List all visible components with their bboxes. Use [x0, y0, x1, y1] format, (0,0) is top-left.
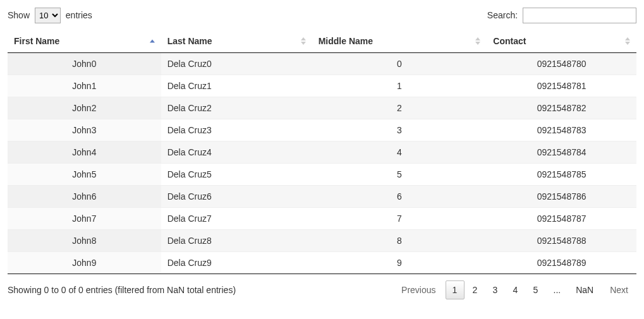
- pagination: Previous12345...NaNNext: [393, 280, 636, 299]
- cell-last: Dela Cruz1: [161, 75, 312, 97]
- sort-both-icon: [475, 37, 480, 45]
- entries-select[interactable]: 10: [35, 8, 61, 23]
- cell-middle: 7: [312, 208, 487, 230]
- table-header-row: First Name Last Name Middle Name Contact: [8, 30, 636, 53]
- sort-both-icon: [301, 37, 306, 45]
- table-row: John0Dela Cruz000921548780: [8, 53, 636, 75]
- table-row: John8Dela Cruz880921548788: [8, 230, 636, 252]
- pagination-page[interactable]: 4: [506, 280, 525, 299]
- cell-last: Dela Cruz7: [161, 208, 312, 230]
- pagination-page[interactable]: 1: [446, 280, 465, 299]
- entries-length-control: Show 10 entries: [8, 8, 92, 23]
- table-info: Showing 0 to 0 of 0 entries (filtered fr…: [8, 285, 236, 295]
- cell-contact: 0921548788: [487, 230, 636, 252]
- cell-middle: 9: [312, 252, 487, 274]
- cell-contact: 0921548787: [487, 208, 636, 230]
- table-row: John9Dela Cruz990921548789: [8, 252, 636, 274]
- search-label: Search:: [487, 10, 518, 20]
- table-body: John0Dela Cruz000921548780John1Dela Cruz…: [8, 53, 636, 274]
- column-header-contact[interactable]: Contact: [487, 30, 636, 53]
- cell-last: Dela Cruz6: [161, 186, 312, 208]
- column-label: Contact: [493, 36, 526, 46]
- cell-last: Dela Cruz5: [161, 164, 312, 186]
- cell-contact: 0921548781: [487, 75, 636, 97]
- entries-prefix: Show: [8, 10, 30, 20]
- cell-first: John1: [8, 75, 161, 97]
- cell-contact: 0921548785: [487, 164, 636, 186]
- cell-first: John5: [8, 164, 161, 186]
- pagination-page[interactable]: 5: [526, 280, 545, 299]
- cell-last: Dela Cruz9: [161, 252, 312, 274]
- search-control: Search:: [487, 8, 636, 23]
- data-table: First Name Last Name Middle Name Contact…: [8, 30, 636, 274]
- table-row: John3Dela Cruz330921548783: [8, 119, 636, 141]
- cell-contact: 0921548786: [487, 186, 636, 208]
- column-header-middle-name[interactable]: Middle Name: [312, 30, 487, 53]
- cell-last: Dela Cruz4: [161, 141, 312, 164]
- cell-first: John4: [8, 141, 161, 164]
- cell-last: Dela Cruz3: [161, 119, 312, 141]
- cell-first: John9: [8, 252, 161, 274]
- table-controls-bottom: Showing 0 to 0 of 0 entries (filtered fr…: [8, 280, 636, 299]
- table-row: John7Dela Cruz770921548787: [8, 208, 636, 230]
- column-header-last-name[interactable]: Last Name: [161, 30, 312, 53]
- column-label: First Name: [14, 36, 59, 46]
- pagination-page[interactable]: 2: [466, 280, 485, 299]
- sort-both-icon: [625, 37, 630, 45]
- table-row: John5Dela Cruz550921548785: [8, 164, 636, 186]
- cell-last: Dela Cruz8: [161, 230, 312, 252]
- pagination-ellipsis: ...: [547, 280, 568, 299]
- cell-first: John6: [8, 186, 161, 208]
- pagination-page[interactable]: 3: [486, 280, 505, 299]
- cell-first: John8: [8, 230, 161, 252]
- table-controls-top: Show 10 entries Search:: [8, 8, 636, 23]
- cell-first: John3: [8, 119, 161, 141]
- cell-middle: 2: [312, 97, 487, 119]
- cell-contact: 0921548789: [487, 252, 636, 274]
- pagination-next[interactable]: Next: [602, 280, 636, 299]
- cell-first: John0: [8, 53, 161, 75]
- table-row: John1Dela Cruz110921548781: [8, 75, 636, 97]
- search-input[interactable]: [523, 8, 636, 23]
- pagination-previous[interactable]: Previous: [393, 280, 444, 299]
- column-header-first-name[interactable]: First Name: [8, 30, 161, 53]
- table-row: John2Dela Cruz220921548782: [8, 97, 636, 119]
- sort-asc-icon: [150, 39, 155, 44]
- cell-middle: 6: [312, 186, 487, 208]
- column-label: Middle Name: [319, 36, 373, 46]
- column-label: Last Name: [167, 36, 212, 46]
- entries-suffix: entries: [66, 10, 92, 20]
- cell-middle: 8: [312, 230, 487, 252]
- table-row: John6Dela Cruz660921548786: [8, 186, 636, 208]
- pagination-page[interactable]: NaN: [569, 280, 600, 299]
- table-row: John4Dela Cruz440921548784: [8, 141, 636, 164]
- cell-last: Dela Cruz0: [161, 53, 312, 75]
- cell-first: John2: [8, 97, 161, 119]
- cell-last: Dela Cruz2: [161, 97, 312, 119]
- cell-middle: 5: [312, 164, 487, 186]
- cell-middle: 3: [312, 119, 487, 141]
- cell-first: John7: [8, 208, 161, 230]
- cell-contact: 0921548783: [487, 119, 636, 141]
- cell-contact: 0921548784: [487, 141, 636, 164]
- cell-middle: 0: [312, 53, 487, 75]
- cell-middle: 4: [312, 141, 487, 164]
- cell-middle: 1: [312, 75, 487, 97]
- cell-contact: 0921548782: [487, 97, 636, 119]
- cell-contact: 0921548780: [487, 53, 636, 75]
